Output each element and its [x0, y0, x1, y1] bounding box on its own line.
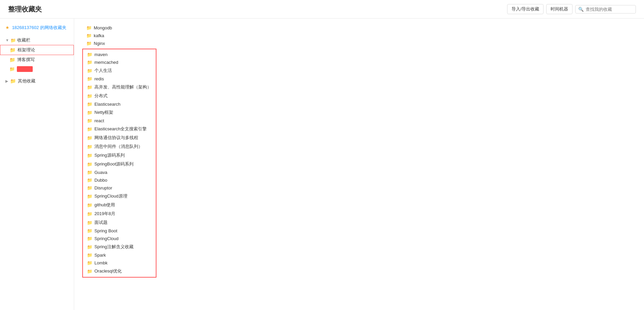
folder-label-boxed-23: Spring注解含义收藏	[94, 244, 134, 250]
user-bookmarks-label[interactable]: 18268137602 的网络收藏夹	[12, 25, 66, 30]
folder-icon-mongodb: 📁	[86, 25, 92, 30]
folder-label-boxed-6: Elasticsearch	[94, 102, 120, 107]
folder-row-spring源码系列[interactable]: 📁Spring源码系列	[83, 151, 156, 160]
folder-row-springboot[interactable]: 📁Spring Boot	[83, 227, 156, 235]
folder-row-kafka[interactable]: 📁 kafka	[82, 32, 636, 40]
folder-label-kafka: kafka	[94, 33, 104, 38]
sidebar-item-redacted[interactable]: 📁 ■■■■■	[0, 64, 74, 74]
folder-row-spring注解含义收藏[interactable]: 📁Spring注解含义收藏	[83, 242, 156, 251]
folder-label-boxed-1: memcached	[94, 60, 118, 65]
folder-label-boxed-13: SpringBoot源码系列	[94, 161, 134, 167]
folder-icon-blog: 📁	[9, 57, 15, 62]
folder-icon-boxed-26: 📁	[87, 269, 92, 274]
folder-row-网络通信协议与多线程[interactable]: 📁网络通信协议与多线程	[83, 133, 156, 142]
folder-row-netty框架[interactable]: 📁Netty框架	[83, 108, 156, 117]
star-icon: ★	[5, 25, 9, 30]
folder-label-mongodb: Mongodb	[94, 25, 112, 30]
user-bookmarks-link[interactable]: ★ 18268137602 的网络收藏夹	[0, 23, 74, 34]
folder-row-redis[interactable]: 📁redis	[83, 75, 156, 83]
sidebar-item-blog[interactable]: 📁 博客撰写	[0, 55, 74, 64]
folder-row-分布式[interactable]: 📁分布式	[83, 92, 156, 100]
folder-label-boxed-17: SpringCloud原理	[94, 193, 127, 199]
folder-icon-boxed-25: 📁	[87, 260, 92, 265]
folder-row-github使用[interactable]: 📁github使用	[83, 201, 156, 209]
folder-row-elasticsearc[interactable]: 📁Elasticsearch全文搜索引擎	[83, 125, 156, 133]
header: 整理收藏夹 导入/导出收藏 时间机器 🔍	[0, 0, 644, 19]
folder-icon-boxed-4: 📁	[87, 85, 92, 90]
folder-label-boxed-2: 个人生活	[94, 68, 112, 74]
search-box: 🔍	[575, 5, 636, 14]
folder-label-boxed-26: Oraclesql优化	[94, 268, 122, 274]
folder-label-boxed-19: 2019年8月	[94, 211, 115, 217]
folder-row-springcloud原[interactable]: 📁SpringCloud原理	[83, 192, 156, 201]
folder-icon-boxed-7: 📁	[87, 110, 92, 115]
folder-icon-boxed-15: 📁	[87, 178, 92, 183]
folder-row-个人生活[interactable]: 📁个人生活	[83, 66, 156, 75]
sidebar-item-kuangjia-label: 框架理论	[18, 47, 35, 53]
folder-row-oraclesql优化[interactable]: 📁Oraclesql优化	[83, 267, 156, 276]
folder-icon-boxed-21: 📁	[87, 228, 92, 233]
folder-row-dubbo[interactable]: 📁Dubbo	[83, 176, 156, 184]
folder-row-springcloud[interactable]: 📁SpringCloud	[83, 235, 156, 242]
main-layout: ★ 18268137602 的网络收藏夹 ▼ 📁 收藏栏 📁 框架理论 📁 博客…	[0, 19, 644, 310]
folder-row-elasticsearc[interactable]: 📁Elasticsearch	[83, 100, 156, 108]
folder-row-memcached[interactable]: 📁memcached	[83, 58, 156, 66]
sidebar-bookmarks-root[interactable]: ▼ 📁 收藏栏	[0, 35, 74, 45]
folder-list-box: 📁maven📁memcached📁个人生活📁redis📁高并发、高性能理解（架构…	[82, 49, 156, 278]
folder-row-面试题[interactable]: 📁面试题	[83, 218, 156, 227]
folder-icon-boxed-1: 📁	[87, 60, 92, 65]
folder-row-高并发、高性能理解（架构[interactable]: 📁高并发、高性能理解（架构）	[83, 83, 156, 92]
folder-row-lombk[interactable]: 📁Lombk	[83, 259, 156, 267]
folder-label-boxed-7: Netty框架	[94, 109, 113, 115]
folder-icon-boxed-12: 📁	[87, 153, 92, 158]
folder-icon-boxed-11: 📁	[87, 144, 92, 149]
folder-row-guava[interactable]: 📁Guava	[83, 169, 156, 176]
search-icon: 🔍	[578, 7, 584, 12]
folder-icon-boxed-0: 📁	[87, 52, 92, 57]
header-actions: 导入/导出收藏 时间机器 🔍	[507, 4, 636, 14]
folder-row-消息中间件（消息队列）[interactable]: 📁消息中间件（消息队列）	[83, 142, 156, 151]
sidebar-item-other[interactable]: ▶ 📁 其他收藏	[0, 76, 74, 86]
folder-row-2019年8月[interactable]: 📁2019年8月	[83, 209, 156, 218]
folder-icon-boxed-2: 📁	[87, 68, 92, 73]
folder-label-boxed-21: Spring Boot	[94, 228, 117, 233]
arrow-down-icon: ▼	[5, 38, 9, 42]
folder-label-boxed-11: 消息中间件（消息队列）	[94, 144, 143, 150]
folder-row-spark[interactable]: 📁Spark	[83, 251, 156, 259]
folder-label-boxed-5: 分布式	[94, 93, 108, 99]
folder-icon-boxed-17: 📁	[87, 194, 92, 199]
folder-label-boxed-25: Lombk	[94, 260, 108, 265]
folder-icon-boxed-6: 📁	[87, 102, 92, 107]
folder-label-boxed-22: SpringCloud	[94, 236, 119, 241]
folder-row-maven[interactable]: 📁maven	[83, 51, 156, 58]
folder-row-mongodb[interactable]: 📁 Mongodb	[82, 24, 636, 32]
folder-label-boxed-10: 网络通信协议与多线程	[94, 135, 138, 141]
folder-icon-nginx: 📁	[86, 41, 92, 46]
import-export-button[interactable]: 导入/导出收藏	[507, 4, 544, 14]
folder-icon-boxed-10: 📁	[87, 135, 92, 140]
folder-icon-boxed-22: 📁	[87, 236, 92, 241]
folder-row-nginx[interactable]: 📁 Nginx	[82, 40, 636, 47]
folder-icon-boxed-14: 📁	[87, 170, 92, 175]
sidebar-item-other-label: 其他收藏	[18, 78, 35, 84]
arrow-right-icon-other: ▶	[5, 79, 8, 83]
folder-row-disruptor[interactable]: 📁Disruptor	[83, 184, 156, 192]
search-input[interactable]	[586, 7, 633, 12]
folder-label-nginx: Nginx	[94, 41, 105, 46]
folder-icon-boxed-23: 📁	[87, 244, 92, 250]
folder-label-boxed-16: Disruptor	[94, 185, 112, 190]
folder-label-boxed-20: 面试题	[94, 219, 108, 226]
folder-label-boxed-0: maven	[94, 52, 108, 57]
folder-icon-root: 📁	[10, 38, 16, 43]
folder-row-react[interactable]: 📁react	[83, 117, 156, 125]
bookmarks-root-label: 收藏栏	[17, 37, 30, 43]
folder-row-springboot源码[interactable]: 📁SpringBoot源码系列	[83, 160, 156, 169]
sidebar-item-kuangjia[interactable]: 📁 框架理论	[0, 45, 74, 55]
folder-icon-boxed-18: 📁	[87, 203, 92, 208]
sidebar-item-blog-label: 博客撰写	[17, 57, 35, 63]
folder-label-boxed-24: Spark	[94, 253, 106, 258]
folder-icon-boxed-20: 📁	[87, 220, 92, 225]
sidebar-bookmarks-section: ▼ 📁 收藏栏 📁 框架理论 📁 博客撰写 📁 ■■■■■	[0, 34, 74, 75]
time-machine-button[interactable]: 时间机器	[546, 4, 573, 14]
folder-label-boxed-14: Guava	[94, 170, 107, 175]
